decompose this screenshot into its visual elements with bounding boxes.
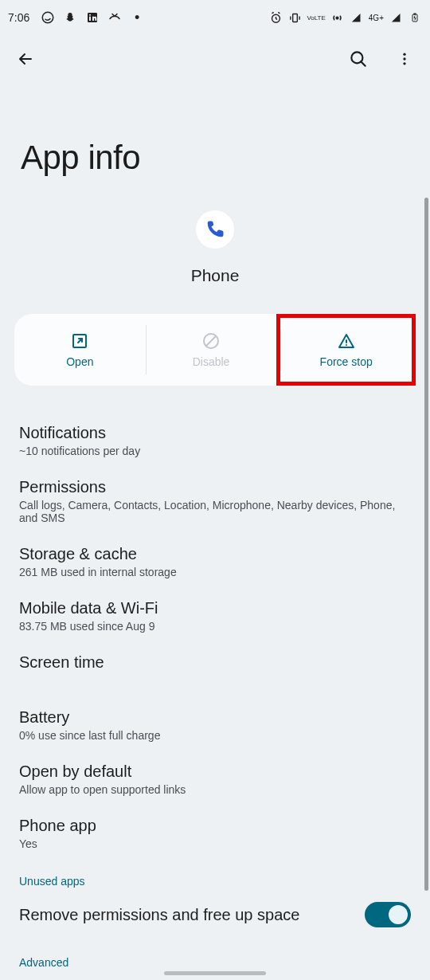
force-stop-button[interactable]: Force stop bbox=[276, 314, 416, 386]
disable-button: Disable bbox=[146, 314, 277, 386]
back-button[interactable] bbox=[14, 48, 37, 70]
svg-rect-5 bbox=[293, 14, 298, 22]
missed-call-icon bbox=[108, 10, 122, 25]
hotspot-icon bbox=[330, 10, 345, 25]
phone-app-item[interactable]: Phone app Yes bbox=[19, 806, 411, 860]
disable-icon bbox=[201, 331, 221, 351]
open-label: Open bbox=[66, 355, 93, 368]
more-dot-icon: • bbox=[130, 10, 144, 25]
status-bar: 7:06 • VoLTE 4G+ bbox=[0, 0, 430, 35]
permissions-item[interactable]: Permissions Call logs, Camera, Contacts,… bbox=[19, 468, 411, 535]
svg-point-10 bbox=[403, 53, 405, 56]
toolbar bbox=[0, 35, 430, 83]
network-type: 4G+ bbox=[369, 14, 384, 22]
more-menu-button[interactable] bbox=[393, 48, 416, 70]
alarm-icon bbox=[268, 10, 283, 25]
snapchat-icon bbox=[63, 10, 77, 25]
page-title: App info bbox=[0, 83, 430, 210]
open-by-default-item[interactable]: Open by default Allow app to open suppor… bbox=[19, 752, 411, 806]
status-time: 7:06 bbox=[8, 11, 29, 24]
whatsapp-icon bbox=[41, 10, 55, 25]
action-row: Open Disable Force stop bbox=[14, 314, 416, 386]
svg-point-0 bbox=[43, 12, 54, 23]
svg-rect-2 bbox=[89, 17, 91, 21]
scrollbar[interactable] bbox=[424, 198, 428, 891]
linkedin-icon bbox=[85, 10, 100, 25]
app-name: Phone bbox=[191, 266, 240, 285]
volte-indicator: VoLTE bbox=[307, 15, 325, 21]
svg-point-6 bbox=[336, 17, 338, 19]
svg-point-11 bbox=[403, 57, 405, 60]
warning-icon bbox=[337, 331, 356, 351]
vibrate-icon bbox=[287, 10, 302, 25]
mobile-data-item[interactable]: Mobile data & Wi-Fi 83.75 MB used since … bbox=[19, 589, 411, 643]
remove-permissions-label: Remove permissions and free up space bbox=[19, 906, 355, 924]
notifications-item[interactable]: Notifications ~10 notifications per day bbox=[19, 414, 411, 468]
svg-point-3 bbox=[89, 14, 91, 16]
open-button[interactable]: Open bbox=[14, 314, 146, 386]
settings-list: Notifications ~10 notifications per day … bbox=[0, 386, 430, 969]
app-header: Phone bbox=[0, 210, 430, 285]
screen-time-item[interactable]: Screen time bbox=[19, 643, 411, 682]
storage-item[interactable]: Storage & cache 261 MB used in internal … bbox=[19, 535, 411, 589]
svg-rect-8 bbox=[414, 14, 416, 14]
advanced-header: Advanced bbox=[19, 956, 411, 969]
remove-permissions-row[interactable]: Remove permissions and free up space bbox=[19, 888, 411, 942]
open-icon bbox=[70, 331, 89, 351]
svg-point-12 bbox=[403, 62, 405, 65]
phone-app-icon bbox=[196, 210, 234, 249]
disable-label: Disable bbox=[193, 355, 230, 368]
battery-item[interactable]: Battery 0% use since last full charge bbox=[19, 698, 411, 752]
unused-apps-header: Unused apps bbox=[19, 875, 411, 888]
search-button[interactable] bbox=[347, 48, 369, 70]
signal-1-icon bbox=[350, 10, 364, 25]
remove-permissions-switch[interactable] bbox=[365, 902, 411, 927]
home-indicator[interactable] bbox=[164, 971, 266, 975]
force-stop-label: Force stop bbox=[320, 355, 373, 368]
signal-2-icon bbox=[389, 10, 403, 25]
battery-charging-icon bbox=[408, 10, 422, 25]
